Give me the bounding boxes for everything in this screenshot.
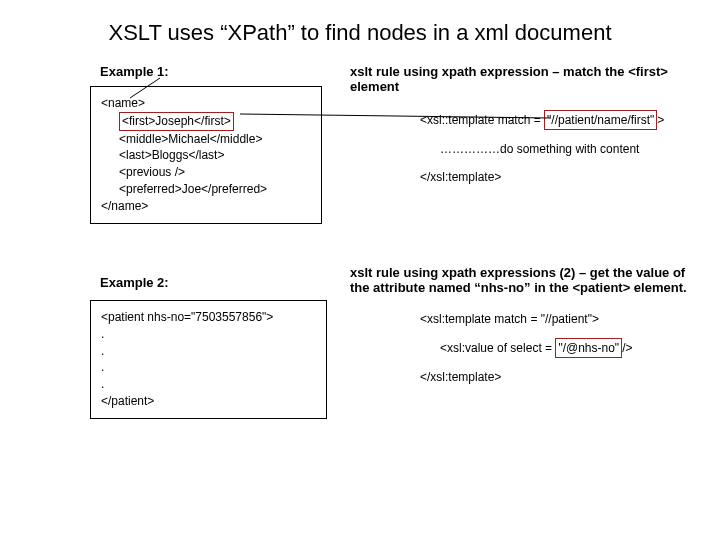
- example-1-label: Example 1:: [100, 64, 169, 79]
- rule-2-label: xslt rule using xpath expressions (2) – …: [350, 265, 690, 295]
- xslt-body: <xsl:value of select = "/@nhs-no"/>: [440, 338, 700, 358]
- xml-line: <last>Bloggs</last>: [119, 147, 311, 164]
- rule-1-label: xslt rule using xpath expression – match…: [350, 64, 720, 94]
- xml-line: </name>: [101, 198, 311, 215]
- xml-dot: .: [101, 326, 316, 343]
- highlight-xpath-match: "//patient/name/first": [544, 110, 657, 130]
- xslt-line: </xsl:template>: [420, 168, 700, 186]
- slide-title: XSLT uses “XPath” to find nodes in a xml…: [0, 20, 720, 46]
- xml-line: <name>: [101, 95, 311, 112]
- example-2-label: Example 2:: [100, 275, 169, 290]
- xml-line: <middle>Michael</middle>: [119, 131, 311, 148]
- example-2-box: <patient nhs-no="7503557856"> . . . . </…: [90, 300, 327, 419]
- xslt-body: ……………do something with content: [440, 140, 700, 158]
- xml-dot: .: [101, 359, 316, 376]
- xslt-line: <xsl::template match = "//patient/name/f…: [420, 110, 700, 130]
- highlight-xpath-select: "/@nhs-no": [555, 338, 622, 358]
- xml-line: <previous />: [119, 164, 311, 181]
- xml-line: <patient nhs-no="7503557856">: [101, 309, 316, 326]
- xslt-line: <xsl:template match = "//patient">: [420, 310, 700, 328]
- xml-dot: .: [101, 343, 316, 360]
- highlight-first-element: <first>Joseph</first>: [119, 112, 234, 131]
- xml-line: <preferred>Joe</preferred>: [119, 181, 311, 198]
- rule-2-area: <xsl:template match = "//patient"> <xsl:…: [420, 310, 700, 386]
- rule-1-area: <xsl::template match = "//patient/name/f…: [420, 110, 700, 186]
- xslt-line: </xsl:template>: [420, 368, 700, 386]
- xml-dot: .: [101, 376, 316, 393]
- example-1-box: <name> <first>Joseph</first> <middle>Mic…: [90, 86, 322, 224]
- xml-line: </patient>: [101, 393, 316, 410]
